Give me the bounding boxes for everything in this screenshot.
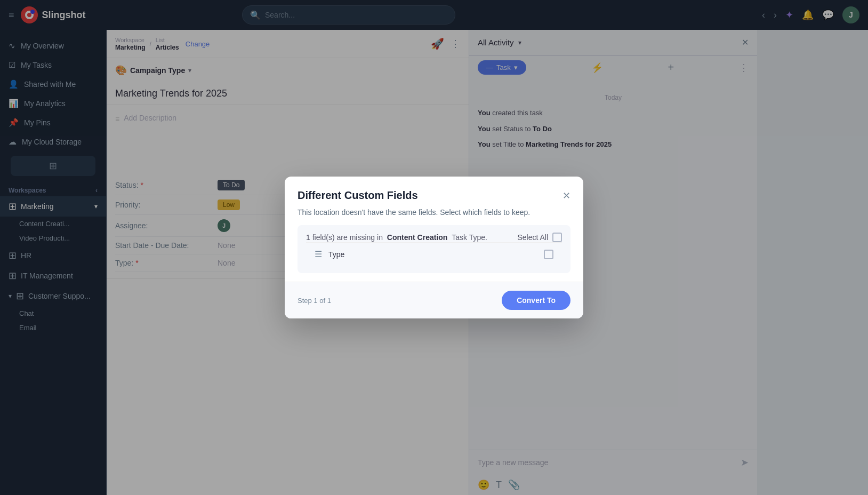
convert-to-button[interactable]: Convert To bbox=[502, 291, 570, 310]
fields-missing-text: 1 field(s) are missing in Content Creati… bbox=[306, 233, 487, 242]
fields-info: 1 field(s) are missing in Content Creati… bbox=[298, 225, 570, 273]
task-type-label: Task Type. bbox=[452, 233, 487, 242]
select-all-row: Select All bbox=[517, 233, 562, 242]
modal-overlay: Different Custom Fields ✕ This location … bbox=[0, 0, 868, 495]
modal-header: Different Custom Fields ✕ bbox=[285, 177, 583, 208]
different-custom-fields-modal: Different Custom Fields ✕ This location … bbox=[285, 177, 583, 318]
field-type-label: Type bbox=[328, 250, 537, 259]
select-all-label: Select All bbox=[517, 233, 548, 242]
field-item-type: ☰ Type bbox=[306, 242, 562, 266]
fields-count: 1 field(s) are missing in bbox=[306, 233, 383, 242]
select-all-checkbox[interactable] bbox=[552, 233, 562, 242]
modal-close-button[interactable]: ✕ bbox=[562, 190, 570, 202]
modal-title: Different Custom Fields bbox=[298, 189, 418, 202]
content-creation-label: Content Creation bbox=[387, 233, 448, 242]
step-info: Step 1 of 1 bbox=[298, 297, 331, 305]
modal-subtitle: This location doesn't have the same fiel… bbox=[285, 208, 583, 225]
modal-footer: Step 1 of 1 Convert To bbox=[285, 282, 583, 318]
field-type-icon: ☰ bbox=[315, 249, 322, 259]
field-type-checkbox[interactable] bbox=[544, 250, 553, 259]
modal-body: 1 field(s) are missing in Content Creati… bbox=[285, 225, 583, 282]
